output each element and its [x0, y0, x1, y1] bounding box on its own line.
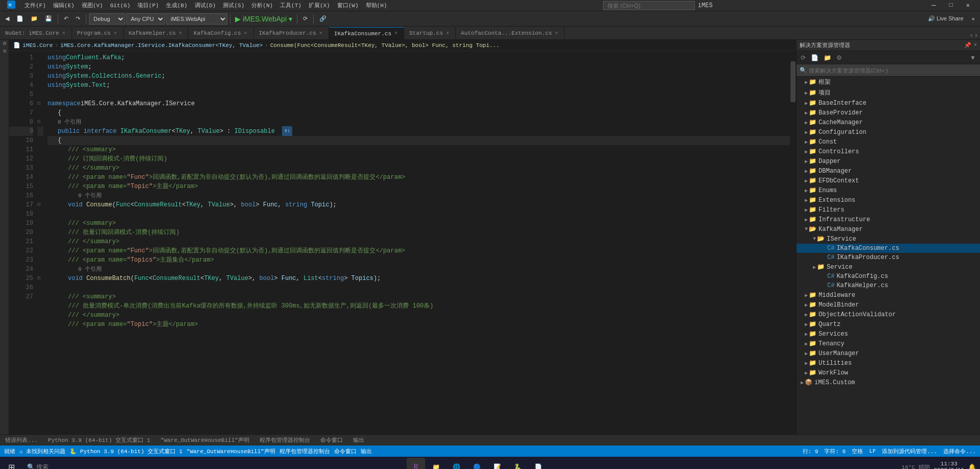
- status-python[interactable]: 🐍 Python 3.9 (64-bit) 交互式窗口 1: [69, 448, 182, 455]
- tree-item-modelbinder[interactable]: ▶ 📁 ModelBinder: [797, 300, 980, 310]
- tree-item-const[interactable]: ▶ 📁 Const: [797, 137, 980, 147]
- tree-item-baseinterface[interactable]: ▶ 📁 BaseInterface: [797, 98, 980, 108]
- close-right-btn[interactable]: ×: [969, 15, 978, 23]
- tab-program[interactable]: Program.cs ×: [72, 27, 124, 39]
- collapse-6[interactable]: ⊟: [37, 99, 43, 108]
- new-file-btn[interactable]: 📄: [13, 14, 27, 23]
- tab-declaration[interactable]: "Ware_OutWareHouseBill"声明: [155, 435, 254, 446]
- taskbar-notification[interactable]: 🔔: [968, 463, 976, 470]
- redo-btn[interactable]: ↷: [73, 14, 83, 23]
- tab-autofac[interactable]: AutofacConta...Extension.cs ×: [456, 27, 565, 39]
- open-btn[interactable]: 📁: [28, 14, 41, 23]
- panel-pin-btn[interactable]: 📌: [964, 42, 971, 49]
- tree-item-kafkamanager[interactable]: ▼ 📂 KafkaManager: [797, 224, 980, 234]
- tree-item-utilities[interactable]: ▶ 📁 Utilities: [797, 358, 980, 368]
- tree-item-service[interactable]: ▶ 📁 Service: [797, 262, 980, 272]
- tree-item-imescustom[interactable]: ▶ 📦 iMES.Custom: [797, 378, 980, 387]
- close-btn[interactable]: ✕: [960, 1, 976, 11]
- run-btn[interactable]: ▶ iMES.WebApi ▾: [233, 15, 294, 23]
- undo-btn[interactable]: ↶: [61, 14, 72, 23]
- se-toolbar-settings[interactable]: ⚙: [834, 53, 844, 62]
- tab-iconsumer[interactable]: IKafkaConsumer.cs ×: [329, 27, 404, 39]
- taskbar-vscode-icon[interactable]: 📝: [488, 458, 507, 469]
- code-editor[interactable]: using Confluent.Kafka; using System; usi…: [43, 51, 790, 434]
- project-dropdown[interactable]: iMES.WebApi: [166, 13, 227, 25]
- se-toolbar-filter[interactable]: ▼: [968, 53, 978, 62]
- tab-scroll-left[interactable]: ‹: [970, 32, 973, 39]
- debug-config-dropdown[interactable]: Debug Release: [89, 13, 125, 25]
- menu-build[interactable]: 生成(B): [163, 1, 191, 10]
- menu-help[interactable]: 帮助(H): [363, 1, 390, 10]
- menu-test[interactable]: 测试(S): [220, 1, 247, 10]
- tree-item-project[interactable]: ▶ 📁 项目: [797, 87, 980, 98]
- tree-item-dapper[interactable]: ▶ 📁 Dapper: [797, 156, 980, 166]
- taskbar-file-icon[interactable]: 📁: [427, 458, 446, 469]
- tree-item-infrastructure[interactable]: ▶ 📁 Infrastructure: [797, 215, 980, 224]
- toolbar-attach[interactable]: 🔗: [316, 14, 330, 23]
- tree-item-kafkahelper[interactable]: C# KafkaHelper.cs: [797, 281, 980, 290]
- menu-edit[interactable]: 编辑(E): [50, 1, 78, 10]
- se-toolbar-new-file[interactable]: 📄: [809, 53, 821, 62]
- toolbar-back[interactable]: ◀: [2, 14, 12, 23]
- collapse-8[interactable]: ⊟: [37, 118, 43, 127]
- start-button[interactable]: ⊞: [4, 460, 19, 470]
- editor-scrollbar[interactable]: [790, 51, 796, 434]
- sidebar-icon-debug[interactable]: ⚙: [2, 48, 7, 54]
- breadcrumb-method[interactable]: Consume(Func<ConsumeResult<TKey, TValue>…: [270, 42, 500, 49]
- panel-close-btn[interactable]: ×: [973, 42, 977, 49]
- tree-item-filters[interactable]: ▶ 📁 Filters: [797, 205, 980, 215]
- se-search-input[interactable]: [809, 67, 977, 74]
- tree-item-quartz[interactable]: ▶ 📁 Quartz: [797, 319, 980, 329]
- menu-debug[interactable]: 调试(D): [192, 1, 219, 10]
- tab-error-list[interactable]: 错误列表...: [0, 435, 43, 446]
- tab-iconsumer-close[interactable]: ×: [393, 30, 399, 37]
- tree-item-services[interactable]: ▶ 📁 Services: [797, 329, 980, 339]
- tab-startup[interactable]: Startup.cs ×: [404, 27, 456, 39]
- tree-item-objectactionvalidator[interactable]: ▶ 📁 ObjectActionValidator: [797, 310, 980, 319]
- menu-view[interactable]: 视图(V): [79, 1, 106, 10]
- menu-project[interactable]: 项目(P): [134, 1, 162, 10]
- menu-extensions[interactable]: 扩展(X): [306, 1, 333, 10]
- tree-item-middleware[interactable]: ▶ 📁 Middleware: [797, 290, 980, 300]
- tab-iproducer-close[interactable]: ×: [318, 30, 323, 37]
- live-share-btn[interactable]: 🔊 Live Share: [924, 14, 968, 23]
- menu-git[interactable]: Git(G): [107, 2, 133, 10]
- menu-analyze[interactable]: 分析(N): [248, 1, 276, 10]
- tab-command[interactable]: 命令窗口: [315, 435, 348, 446]
- breadcrumb-project[interactable]: iMES.Core: [22, 42, 53, 49]
- platform-dropdown[interactable]: Any CPU: [126, 13, 165, 25]
- tab-package-manager[interactable]: 程序包管理器控制台: [254, 435, 315, 446]
- tree-item-tenancy[interactable]: ▶ 📁 Tenancy: [797, 339, 980, 348]
- tab-output[interactable]: 输出: [348, 435, 369, 446]
- tab-kafkahelper[interactable]: KafkaHelper.cs ×: [124, 27, 189, 39]
- tab-nuget-close[interactable]: ×: [61, 30, 66, 37]
- tree-item-baseprovider[interactable]: ▶ 📁 BaseProvider: [797, 108, 980, 118]
- tree-item-efdbcontext[interactable]: ▶ 📁 EFDbContext: [797, 176, 980, 185]
- tree-item-ikafkaproducer[interactable]: C# IKafkaProducer.cs: [797, 253, 980, 262]
- breadcrumb-path[interactable]: iMES.Core.KafkaManager.IService.IKafkaCo…: [60, 42, 263, 49]
- tab-kafkaconfig-close[interactable]: ×: [243, 30, 248, 37]
- tab-nuget[interactable]: NuGet: iMES.Core ×: [0, 27, 72, 39]
- tab-program-close[interactable]: ×: [113, 30, 118, 37]
- sidebar-icon-git[interactable]: ⊞: [2, 42, 7, 45]
- title-search-input[interactable]: [603, 1, 695, 10]
- tree-item-configuration[interactable]: ▶ 📁 Configuration: [797, 127, 980, 137]
- tab-kafkahelper-close[interactable]: ×: [178, 30, 183, 37]
- taskbar-python-icon[interactable]: 🐍: [509, 458, 527, 469]
- scrollbar-thumb[interactable]: [790, 61, 796, 102]
- tab-iproducer[interactable]: IKafkaProducer.cs ×: [254, 27, 329, 39]
- tab-autofac-close[interactable]: ×: [554, 30, 559, 37]
- tree-item-extensions[interactable]: ▶ 📁 Extensions: [797, 195, 980, 205]
- menu-window[interactable]: 窗口(W): [334, 1, 362, 10]
- taskbar-edge-icon[interactable]: 🌐: [448, 458, 466, 469]
- se-toolbar-new-folder[interactable]: 📁: [822, 53, 833, 62]
- tab-kafkaconfig[interactable]: KafkaConfig.cs ×: [189, 27, 253, 39]
- taskbar-chrome-icon[interactable]: 🔵: [468, 458, 486, 469]
- tree-item-kafkaconfig[interactable]: C# KafkaConfig.cs: [797, 272, 980, 281]
- search-taskbar-btn[interactable]: 🔍 搜索: [23, 461, 53, 470]
- se-toolbar-sync[interactable]: ⟳: [799, 53, 808, 62]
- tree-item-enums[interactable]: ▶ 📁 Enums: [797, 185, 980, 195]
- menu-tools[interactable]: 工具(T): [277, 1, 305, 10]
- taskbar-vs-icon[interactable]: R: [407, 458, 425, 469]
- save-btn[interactable]: 💾: [42, 14, 55, 23]
